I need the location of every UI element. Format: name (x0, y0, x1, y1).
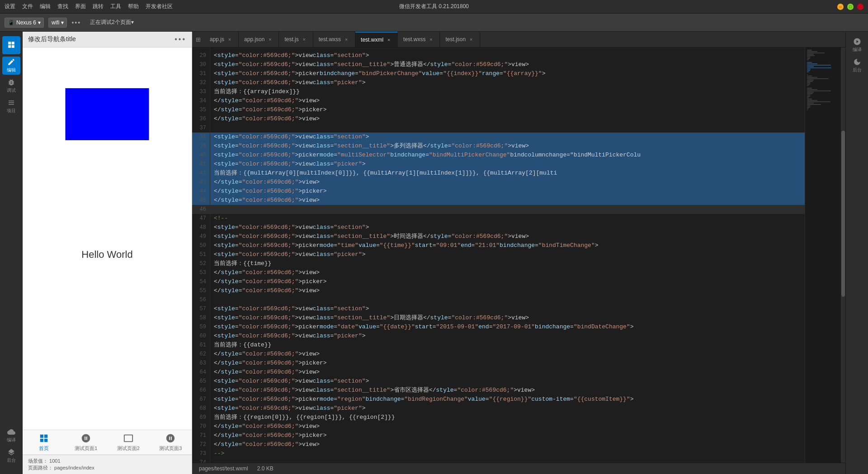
svg-rect-1 (11, 42, 14, 44)
phone-nav-test1-label: 测试页面1 (75, 445, 97, 452)
sidebar-cloud-label: 编译 (7, 437, 16, 443)
menu-jump[interactable]: 跳转 (93, 3, 104, 10)
device-icon: 📱 (8, 19, 14, 26)
tab-app-json-close[interactable]: × (267, 36, 273, 43)
sidebar-item-home[interactable] (2, 36, 20, 54)
phone-hello-world: Hello World (81, 249, 132, 261)
tab-app-js-close[interactable]: × (226, 36, 233, 43)
menu-interface[interactable]: 界面 (75, 3, 86, 10)
window-close[interactable]: × (857, 4, 863, 10)
sidebar-item-edit[interactable]: 编辑 (2, 57, 20, 75)
sidebar-project-label: 项目 (7, 108, 16, 114)
menu-settings[interactable]: 设置 (5, 3, 15, 10)
tab-test-json[interactable]: test.json × (440, 32, 480, 47)
phone-nav-home-label: 首页 (39, 445, 49, 452)
sidebar-item-debug[interactable]: 调试 (2, 77, 20, 95)
tab-test-wxss2[interactable]: test.wxss × (398, 32, 440, 47)
right-sidebar-item-compile[interactable]: 编译 (848, 36, 866, 54)
sidebar-item-project[interactable]: 项目 (2, 97, 20, 115)
phone-nav-test1-icon (80, 433, 91, 444)
code-editor: ⊞ app.js × app.json × test.js × test.wxs… (192, 32, 845, 474)
sidebar-edit-label: 编辑 (7, 67, 16, 73)
tab-test-js-close[interactable]: × (301, 36, 307, 43)
phone-blue-box (66, 88, 149, 140)
svg-rect-4 (40, 435, 43, 438)
device-selector[interactable]: 📱 Nexus 6 ▾ (5, 18, 44, 28)
right-sidebar-background-label: 后台 (853, 67, 862, 73)
scene-label: 场景值： (28, 458, 48, 464)
file-size: 2.0 KB (257, 465, 274, 472)
phone-scene-info: 场景值： 1001 页面路径： pages/index/index (23, 455, 192, 474)
phone-nav-test2-icon (123, 433, 134, 444)
tab-app-json[interactable]: app.json × (239, 32, 279, 47)
sidebar-layers-label: 后台 (7, 457, 16, 464)
svg-rect-2 (8, 45, 11, 48)
phone-nav-test2[interactable]: 测试页面2 (107, 433, 150, 452)
right-sidebar-compile-label: 编译 (853, 47, 862, 53)
tab-test-wxss2-close[interactable]: × (428, 36, 434, 43)
tab-test-wxml-close[interactable]: × (386, 37, 392, 43)
phone-nav-home-icon (38, 433, 49, 444)
menu-file[interactable]: 文件 (22, 3, 33, 10)
phone-nav-test3[interactable]: 测试页面3 (150, 433, 192, 452)
phone-scene-value: 场景值： 1001 (28, 458, 186, 465)
tab-test-wxss-close[interactable]: × (343, 36, 349, 43)
editor-body[interactable]: 2930313233343536373839404142434445464748… (192, 47, 845, 463)
wifi-selector[interactable]: wifi ▾ (48, 18, 67, 28)
file-path: pages/test/test.wxml (199, 465, 248, 472)
line-numbers: 2930313233343536373839404142434445464748… (192, 47, 210, 463)
svg-rect-5 (44, 435, 47, 438)
scrollbar-thumb[interactable] (841, 131, 845, 297)
editor-tabs: ⊞ app.js × app.json × test.js × test.wxs… (192, 32, 845, 47)
phone-nav-home[interactable]: 首页 (23, 433, 65, 452)
phone-menu-dots[interactable]: ••• (175, 35, 186, 43)
tab-app-js[interactable]: app.js × (204, 32, 239, 47)
device-name: Nexus 6 (16, 19, 36, 26)
phone-nav-test3-icon (165, 433, 176, 444)
menu-edit[interactable]: 编辑 (40, 3, 51, 10)
editor-status-bar: pages/test/test.wxml 2.0 KB (192, 463, 845, 474)
tab-test-js[interactable]: test.js × (279, 32, 313, 47)
wifi-label: wifi (52, 19, 59, 26)
phone-content: Hello World (23, 47, 192, 430)
window-maximize[interactable]: □ (847, 4, 854, 10)
debug-pages[interactable]: 正在调试2个页面▾ (90, 19, 134, 26)
phone-path: 页面路径： pages/index/index (28, 465, 186, 471)
svg-rect-3 (11, 45, 14, 48)
device-chevron: ▾ (38, 19, 41, 26)
sidebar-item-layers[interactable]: 后台 (2, 447, 20, 465)
svg-rect-7 (44, 439, 47, 442)
menu-tools[interactable]: 工具 (110, 3, 121, 10)
phone-nav-test3-label: 测试页面3 (159, 445, 182, 452)
sidebar-item-cloud[interactable]: 编译 (2, 427, 20, 445)
phone-header: 修改后导航条title ••• (23, 32, 192, 47)
titlebar: 设置 文件 编辑 查找 界面 跳转 工具 帮助 开发者社区 微信开发者工具 0.… (0, 0, 868, 14)
menu-help[interactable]: 帮助 (128, 3, 139, 10)
scene-value: 1001 (49, 458, 60, 464)
wifi-chevron: ▾ (61, 19, 64, 26)
window-minimize[interactable]: ─ (837, 4, 844, 10)
tab-test-wxml[interactable]: test.wxml × (355, 32, 398, 47)
path-label: 页面路径： (28, 465, 53, 470)
main-toolbar: 📱 Nexus 6 ▾ wifi ▾ ••• 正在调试2个页面▾ (0, 14, 868, 32)
svg-rect-6 (40, 439, 43, 442)
phone-nav-test1[interactable]: 测试页面1 (65, 433, 108, 452)
phone-bottom-nav: 首页 测试页面1 测试页面2 测试页面3 (23, 430, 192, 455)
toolbar-more[interactable]: ••• (71, 19, 81, 26)
menu-devcom[interactable]: 开发者社区 (146, 3, 173, 10)
right-sidebar-item-background[interactable]: 后台 (848, 57, 866, 75)
path-value: pages/index/index (54, 465, 94, 470)
window-title: 微信开发者工具 0.21.201800 (399, 3, 469, 10)
tab-icon: ⊞ (192, 36, 204, 43)
sidebar-debug-label: 调试 (7, 87, 16, 94)
phone-title: 修改后导航条title (28, 35, 76, 43)
right-sidebar: 编译 后台 (845, 32, 868, 474)
scrollbar[interactable] (841, 47, 845, 463)
tab-test-wxss[interactable]: test.wxss × (313, 32, 355, 47)
left-sidebar: 编辑 调试 项目 编译 后台 (0, 32, 23, 474)
svg-rect-0 (8, 42, 11, 44)
tab-test-json-close[interactable]: × (468, 36, 474, 43)
menu-find[interactable]: 查找 (57, 3, 68, 10)
code-content[interactable]: <style="color:#569cd6;">view class="sect… (210, 47, 805, 463)
minimap (805, 47, 841, 463)
